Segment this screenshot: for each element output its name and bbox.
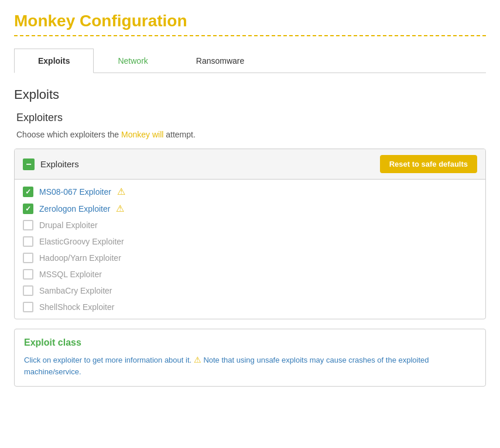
exploiter-name[interactable]: SambaCry Exploiter bbox=[39, 286, 112, 295]
exploiter-name[interactable]: ElasticGroovy Exploiter bbox=[39, 237, 124, 246]
exploiter-checkbox-ms08[interactable] bbox=[23, 187, 33, 197]
exploiters-header-label: Exploiters bbox=[40, 159, 79, 169]
exploit-class-description: Click on exploiter to get more informati… bbox=[24, 354, 476, 378]
exploiter-checkbox-mssql[interactable] bbox=[23, 269, 33, 280]
page-title: Monkey Configuration bbox=[14, 12, 486, 30]
exploiters-description: Choose which exploiters the Monkey will … bbox=[16, 130, 486, 139]
tab-exploits[interactable]: Exploits bbox=[14, 49, 94, 73]
list-item: MSSQL Exploiter bbox=[15, 266, 485, 282]
exploit-class-box: Exploit class Click on exploiter to get … bbox=[14, 329, 486, 387]
list-item: ElasticGroovy Exploiter bbox=[15, 233, 485, 250]
list-item: ShellShock Exploiter bbox=[15, 299, 485, 315]
exploiter-name[interactable]: MS08-067 Exploiter bbox=[39, 187, 111, 197]
section-title: Exploits bbox=[14, 87, 486, 102]
exploiters-box: − Exploiters Reset to safe defaults MS08… bbox=[14, 149, 486, 319]
exploiter-checkbox-drupal[interactable] bbox=[23, 220, 33, 230]
exploiters-header-left: − Exploiters bbox=[23, 158, 79, 170]
warning-icon: ⚠ bbox=[117, 186, 125, 197]
exploiter-checkbox-shellshock[interactable] bbox=[23, 302, 33, 312]
exploiters-header: − Exploiters Reset to safe defaults bbox=[15, 149, 485, 180]
page-container: Monkey Configuration Exploits Network Ra… bbox=[0, 0, 500, 398]
exploiter-checkbox-hadoop[interactable] bbox=[23, 253, 33, 263]
warning-icon: ⚠ bbox=[116, 203, 124, 214]
exploiter-name[interactable]: MSSQL Exploiter bbox=[39, 270, 102, 279]
list-item: Hadoop/Yarn Exploiter bbox=[15, 250, 485, 266]
exploiter-checkbox-zerologon[interactable] bbox=[23, 204, 33, 214]
subsection-title: Exploiters bbox=[16, 112, 486, 124]
minus-icon[interactable]: − bbox=[23, 158, 35, 170]
list-item: Drupal Exploiter bbox=[15, 217, 485, 233]
exploiter-name[interactable]: Zerologon Exploiter bbox=[39, 204, 110, 213]
exploiter-checkbox-sambacry[interactable] bbox=[23, 285, 33, 296]
list-item: Zerologon Exploiter ⚠ bbox=[15, 200, 485, 217]
title-divider bbox=[14, 35, 486, 36]
tab-ransomware[interactable]: Ransomware bbox=[172, 49, 268, 73]
tab-network[interactable]: Network bbox=[94, 49, 172, 73]
list-item: SambaCry Exploiter bbox=[15, 282, 485, 299]
exploiter-name[interactable]: ShellShock Exploiter bbox=[39, 302, 114, 312]
exploiter-name[interactable]: Drupal Exploiter bbox=[39, 220, 98, 230]
exploit-class-title: Exploit class bbox=[24, 337, 476, 348]
exploits-section: Exploits Exploiters Choose which exploit… bbox=[14, 87, 486, 387]
exploiter-checkbox-elasticgroovy[interactable] bbox=[23, 236, 33, 247]
exploiters-list: MS08-067 Exploiter ⚠ Zerologon Exploiter… bbox=[15, 180, 485, 319]
reset-safe-defaults-button[interactable]: Reset to safe defaults bbox=[380, 155, 477, 173]
tabs-container: Exploits Network Ransomware bbox=[14, 48, 486, 73]
list-item: MS08-067 Exploiter ⚠ bbox=[15, 183, 485, 200]
exploiters-subsection: Exploiters Choose which exploiters the M… bbox=[14, 112, 486, 387]
exploiter-name[interactable]: Hadoop/Yarn Exploiter bbox=[39, 253, 121, 263]
